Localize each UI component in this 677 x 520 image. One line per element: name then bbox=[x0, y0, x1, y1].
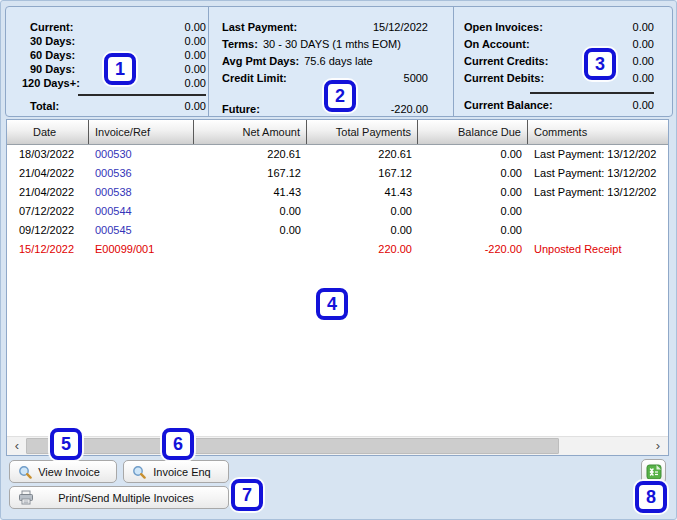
future-label: Future: bbox=[222, 102, 260, 119]
cell-balance-due: -220.00 bbox=[418, 240, 528, 259]
scroll-left-icon[interactable]: ‹ bbox=[9, 437, 25, 455]
invoice-row[interactable]: 21/04/2022 000536 167.12 167.12 0.00 Las… bbox=[7, 164, 668, 183]
cell-total-payments: 220.61 bbox=[307, 145, 418, 164]
column-header-net-amount[interactable]: Net Amount bbox=[194, 120, 307, 144]
aged-total-label: Total: bbox=[30, 99, 59, 113]
cell-total-payments: 167.12 bbox=[307, 164, 418, 183]
future-value: -220.00 bbox=[391, 102, 428, 119]
aged-value: 0.00 bbox=[185, 20, 206, 34]
printer-icon bbox=[18, 490, 34, 505]
cell-date: 18/03/2022 bbox=[7, 145, 89, 164]
cell-invoice-ref: 000536 bbox=[89, 164, 194, 183]
aged-value: 0.00 bbox=[185, 76, 206, 90]
annotation-badge-1: 1 bbox=[104, 53, 136, 85]
cell-net-amount: 0.00 bbox=[194, 202, 307, 221]
avg-pmt-days-value: 75.6 days late bbox=[304, 54, 373, 71]
cell-comments: Last Payment: 13/12/202 bbox=[528, 145, 668, 164]
column-header-date[interactable]: Date bbox=[7, 120, 89, 144]
cell-comments bbox=[528, 221, 668, 240]
scrollbar-thumb[interactable] bbox=[26, 438, 559, 454]
credit-limit-label: Credit Limit: bbox=[222, 71, 287, 88]
cell-balance-due: 0.00 bbox=[418, 183, 528, 202]
view-invoice-label: View Invoice bbox=[32, 466, 116, 478]
annotation-badge-3: 3 bbox=[584, 48, 616, 80]
summary-value: 0.00 bbox=[633, 54, 654, 71]
cell-comments: Last Payment: 13/12/202 bbox=[528, 183, 668, 202]
excel-export-icon bbox=[646, 464, 662, 480]
last-payment-value: 15/12/2022 bbox=[373, 20, 428, 37]
invoice-table-header: Date Invoice/Ref Net Amount Total Paymen… bbox=[7, 120, 668, 145]
scroll-right-icon[interactable]: › bbox=[650, 437, 666, 455]
terms-label: Terms: bbox=[222, 37, 258, 54]
magnifier-icon bbox=[18, 465, 32, 479]
aged-label: 90 Days: bbox=[30, 62, 75, 76]
aged-total-value: 0.00 bbox=[185, 99, 206, 113]
summary-label: Open Invoices: bbox=[464, 20, 543, 37]
credit-limit-value: 5000 bbox=[404, 71, 428, 88]
terms-value: 30 - 30 DAYS (1 mths EOM) bbox=[263, 37, 401, 54]
current-balance-value: 0.00 bbox=[633, 98, 654, 115]
cell-comments: Last Payment: 13/12/202 bbox=[528, 164, 668, 183]
invoice-row[interactable]: 09/12/2022 000545 0.00 0.00 0.00 bbox=[7, 221, 668, 240]
cell-total-payments: 0.00 bbox=[307, 202, 418, 221]
invoice-row[interactable]: 07/12/2022 000544 0.00 0.00 0.00 bbox=[7, 202, 668, 221]
cell-invoice-ref: 000538 bbox=[89, 183, 194, 202]
cell-invoice-ref: 000530 bbox=[89, 145, 194, 164]
annotation-badge-2: 2 bbox=[324, 80, 356, 112]
current-balance-label: Current Balance: bbox=[464, 98, 553, 115]
annotation-badge-7: 7 bbox=[231, 479, 263, 511]
panel-divider bbox=[208, 7, 209, 116]
column-header-total-payments[interactable]: Total Payments bbox=[307, 120, 418, 144]
avg-pmt-days-label: Avg Pmt Days: bbox=[222, 54, 299, 71]
cell-date: 21/04/2022 bbox=[7, 183, 89, 202]
balance-separator bbox=[530, 92, 654, 94]
summary-label: On Account: bbox=[464, 37, 530, 54]
cell-balance-due: 0.00 bbox=[418, 145, 528, 164]
summary-value: 0.00 bbox=[633, 20, 654, 37]
column-header-comments[interactable]: Comments bbox=[528, 120, 668, 144]
invoice-enq-label: Invoice Enq bbox=[146, 466, 228, 478]
print-send-invoices-button[interactable]: Print/Send Multiple Invoices bbox=[9, 486, 229, 509]
aged-label: 30 Days: bbox=[30, 34, 75, 48]
cell-total-payments: 220.00 bbox=[307, 240, 418, 259]
summary-label: Current Credits: bbox=[464, 54, 548, 71]
magnifier-icon bbox=[132, 465, 146, 479]
cell-balance-due: 0.00 bbox=[418, 164, 528, 183]
cell-date: 21/04/2022 bbox=[7, 164, 89, 183]
cell-invoice-ref: 000544 bbox=[89, 202, 194, 221]
invoice-row[interactable]: 21/04/2022 000538 41.43 41.43 0.00 Last … bbox=[7, 183, 668, 202]
last-payment-label: Last Payment: bbox=[222, 20, 297, 37]
cell-comments: Unposted Receipt bbox=[528, 240, 668, 259]
annotation-badge-4: 4 bbox=[316, 288, 348, 320]
cell-invoice-ref: E00099/001 bbox=[89, 240, 194, 259]
total-separator bbox=[78, 94, 206, 96]
invoice-enq-button[interactable]: Invoice Enq bbox=[123, 460, 229, 483]
column-header-invoice-ref[interactable]: Invoice/Ref bbox=[89, 120, 194, 144]
invoice-row-unposted[interactable]: 15/12/2022 E00099/001 220.00 -220.00 Unp… bbox=[7, 240, 668, 259]
horizontal-scrollbar[interactable]: ‹ › bbox=[7, 436, 668, 455]
cell-net-amount: 220.61 bbox=[194, 145, 307, 164]
invoice-row[interactable]: 18/03/2022 000530 220.61 220.61 0.00 Las… bbox=[7, 145, 668, 164]
cell-date: 09/12/2022 bbox=[7, 221, 89, 240]
column-header-balance-due[interactable]: Balance Due bbox=[418, 120, 528, 144]
customer-activity-window: Current:0.00 30 Days:0.00 60 Days:0.00 9… bbox=[0, 0, 677, 520]
cell-total-payments: 0.00 bbox=[307, 221, 418, 240]
annotation-badge-5: 5 bbox=[50, 428, 82, 460]
summary-label: Current Debits: bbox=[464, 71, 544, 88]
view-invoice-button[interactable]: View Invoice bbox=[9, 460, 117, 483]
aged-label: Current: bbox=[30, 20, 73, 34]
cell-invoice-ref: 000545 bbox=[89, 221, 194, 240]
aged-label: 60 Days: bbox=[30, 48, 75, 62]
annotation-badge-8: 8 bbox=[635, 481, 667, 513]
cell-net-amount bbox=[194, 240, 307, 259]
cell-balance-due: 0.00 bbox=[418, 202, 528, 221]
summary-value: 0.00 bbox=[633, 37, 654, 54]
cell-balance-due: 0.00 bbox=[418, 221, 528, 240]
annotation-badge-6: 6 bbox=[162, 428, 194, 460]
panel-divider bbox=[453, 7, 454, 116]
cell-net-amount: 167.12 bbox=[194, 164, 307, 183]
print-send-invoices-label: Print/Send Multiple Invoices bbox=[34, 492, 228, 504]
cell-net-amount: 41.43 bbox=[194, 183, 307, 202]
cell-date: 15/12/2022 bbox=[7, 240, 89, 259]
aged-value: 0.00 bbox=[185, 48, 206, 62]
